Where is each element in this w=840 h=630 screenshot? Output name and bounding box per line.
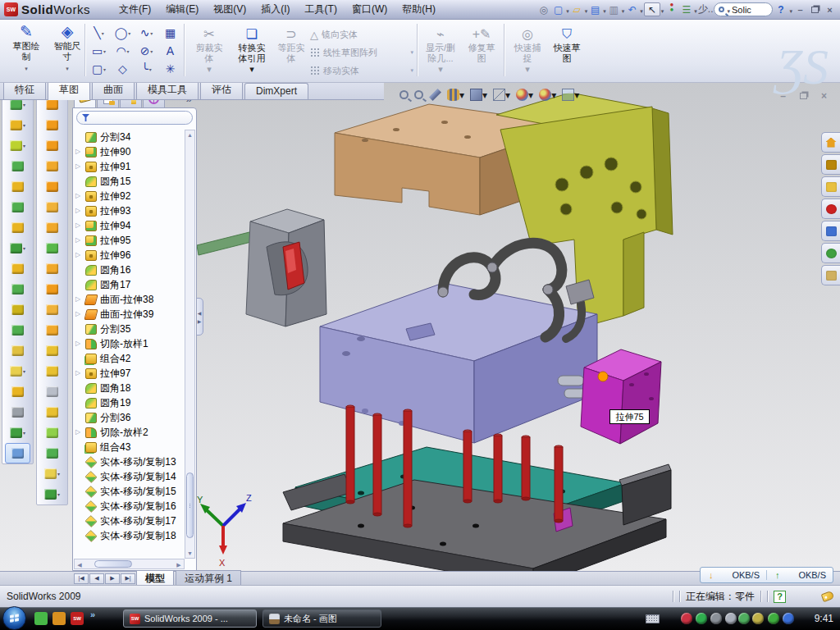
- tree-item[interactable]: ▷ 组合43: [75, 440, 185, 454]
- search-caret[interactable]: [726, 5, 730, 15]
- caret[interactable]: ▾: [482, 89, 487, 101]
- start-button[interactable]: [2, 606, 26, 630]
- toolbar-button[interactable]: ▾: [2, 361, 33, 381]
- search-value[interactable]: Solic: [732, 5, 751, 15]
- caret[interactable]: ▾: [23, 245, 25, 251]
- motion-nav-button[interactable]: ◀: [89, 573, 104, 584]
- menu-item[interactable]: 文件(F): [112, 0, 158, 20]
- motion-nav-button[interactable]: |◀: [74, 573, 89, 584]
- overflow-label[interactable]: 少..: [698, 2, 714, 16]
- task-pane-tab[interactable]: [821, 221, 840, 241]
- toolbar-button[interactable]: ▾: [37, 279, 67, 299]
- tree-item[interactable]: ▷ 拉伸92: [75, 189, 185, 203]
- toolbar-button[interactable]: ▾: [2, 279, 33, 299]
- task-button[interactable]: SWSolidWorks 2009 - ...: [123, 609, 257, 628]
- toolbar-button[interactable]: ▾: [37, 135, 67, 156]
- scroll-up-arrow[interactable]: ▲: [185, 130, 194, 139]
- commandmanager-tab[interactable]: DimXpert: [244, 83, 308, 99]
- sketch-entity-button[interactable]: ✳▾: [158, 60, 182, 78]
- toolbar-button[interactable]: ▾: [37, 320, 67, 340]
- undo-icon[interactable]: ↶: [625, 2, 639, 16]
- commandmanager-tab[interactable]: 曲面: [92, 80, 135, 99]
- sketch-entity-button[interactable]: ╲▾: [87, 24, 111, 42]
- expand-arrow[interactable]: ▷: [75, 251, 80, 258]
- save-icon[interactable]: ▤: [588, 2, 602, 16]
- expand-arrow[interactable]: ▷: [75, 207, 80, 214]
- task-pane-tab[interactable]: [821, 154, 840, 175]
- task-pane-tab[interactable]: [821, 199, 840, 219]
- caret[interactable]: ▾: [103, 66, 106, 72]
- tree-item[interactable]: ▷ 圆角17: [75, 277, 185, 292]
- tree-item[interactable]: ▷ 曲面-拉伸39: [75, 307, 185, 322]
- toolbar-button[interactable]: ▾: [2, 115, 33, 135]
- sketch-entity-button[interactable]: ▭▾: [87, 42, 111, 60]
- tree-item[interactable]: ▷ 拉伸90: [75, 144, 185, 159]
- zoom-fit-icon[interactable]: [399, 90, 409, 99]
- sketch-entity-button[interactable]: ⊘▾: [135, 42, 158, 60]
- section-view-icon[interactable]: [429, 89, 441, 101]
- expand-arrow[interactable]: ▷: [75, 428, 80, 436]
- tree-vertical-scrollbar[interactable]: ▲ ▼: [185, 130, 195, 559]
- dropdown-caret[interactable]: [639, 4, 643, 16]
- caret[interactable]: ▾: [505, 89, 510, 101]
- toolbar-button[interactable]: ▾: [37, 340, 67, 361]
- tree-item[interactable]: ▷ 拉伸93: [75, 203, 185, 218]
- restore-button[interactable]: [808, 3, 822, 16]
- expand-arrow[interactable]: ▷: [75, 340, 80, 347]
- sketch-entity-button[interactable]: ▦▾: [158, 24, 182, 42]
- commandmanager-tab[interactable]: 草图: [48, 80, 90, 100]
- scene-icon[interactable]: [562, 89, 574, 101]
- toolbar-button[interactable]: ▾: [2, 217, 33, 238]
- sketch-entity-button[interactable]: ▢▾: [87, 60, 111, 78]
- commandmanager-tab[interactable]: 模具工具: [136, 80, 199, 99]
- caret[interactable]: ▾: [102, 30, 104, 36]
- tree-item[interactable]: ▷ 拉伸95: [75, 233, 185, 248]
- caret[interactable]: ▾: [551, 89, 556, 101]
- toolbar-button[interactable]: ▾: [37, 115, 67, 135]
- toolbar-button[interactable]: ▾: [2, 156, 33, 176]
- quick-launch-chevron[interactable]: »: [90, 609, 95, 619]
- shield-green-icon[interactable]: [696, 613, 707, 624]
- tree-item[interactable]: ▷ 拉伸94: [75, 218, 185, 233]
- toolbar-button[interactable]: ▾: [37, 463, 67, 484]
- toolbar-button[interactable]: ▾: [2, 135, 33, 156]
- tree-item[interactable]: ▷ 圆角19: [75, 395, 185, 410]
- toolbar-button[interactable]: ▾: [37, 422, 67, 443]
- sketch-entity-button[interactable]: ◯▾: [111, 24, 135, 42]
- sync-icon[interactable]: [783, 613, 794, 624]
- tree-item[interactable]: ▷ 切除-放样2: [75, 425, 185, 440]
- toolbar-button[interactable]: ▾: [2, 197, 33, 217]
- dropdown-caret[interactable]: [565, 4, 569, 16]
- toolbar-button[interactable]: ▾: [37, 176, 67, 197]
- tree-item[interactable]: ▷ 拉伸97: [75, 366, 185, 381]
- tree-horizontal-scrollbar[interactable]: ◀ ▶: [74, 559, 185, 569]
- caret[interactable]: ▾: [23, 143, 25, 148]
- menu-item[interactable]: 视图(V): [206, 0, 253, 20]
- task-pane-tab[interactable]: [821, 243, 840, 263]
- rapid-sketch-button[interactable]: ⛉ 快速草 图: [546, 26, 587, 64]
- tree-item[interactable]: ▷ 分割36: [75, 410, 185, 425]
- caret[interactable]: ▾: [528, 89, 533, 101]
- commandmanager-tab[interactable]: 评估: [200, 80, 243, 99]
- motion-nav-button[interactable]: ▶|: [121, 573, 135, 584]
- toolbar-button[interactable]: ▾: [37, 484, 67, 504]
- new-document-icon[interactable]: ▢: [551, 2, 565, 16]
- menu-item[interactable]: 编辑(E): [158, 0, 206, 20]
- tree-item[interactable]: ▷ 实体-移动/复制16: [75, 499, 185, 514]
- toolbar-button[interactable]: ▾: [2, 238, 33, 258]
- toolbar-button[interactable]: ▾: [37, 402, 67, 422]
- sketch-entity-button[interactable]: ╰▾: [135, 60, 158, 78]
- caret[interactable]: ▾: [23, 122, 25, 128]
- tree-item[interactable]: ▷ 拉伸91: [75, 159, 185, 174]
- display-style-icon[interactable]: [470, 89, 482, 101]
- model-3d-view[interactable]: Y Z X: [197, 83, 840, 571]
- tag-icon[interactable]: [821, 591, 835, 602]
- view-orientation-icon[interactable]: [447, 89, 459, 101]
- caret[interactable]: ▾: [150, 30, 153, 36]
- help-button[interactable]: ?: [774, 2, 788, 16]
- convert-entities-button[interactable]: ❏ 转换实 体引用▾: [231, 26, 272, 75]
- security-suite-icon[interactable]: [52, 612, 66, 625]
- scroll-left-arrow[interactable]: ◀: [76, 559, 83, 570]
- dropdown-caret[interactable]: [693, 4, 697, 16]
- sketch-entity-button[interactable]: ∿▾: [135, 24, 158, 42]
